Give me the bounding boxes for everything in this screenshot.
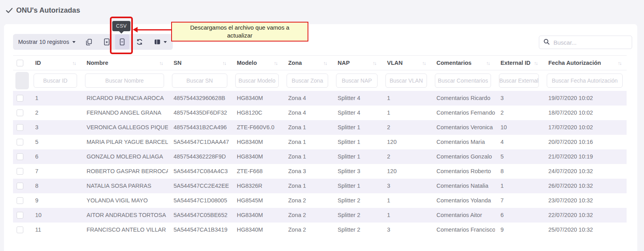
annotation-arrow — [137, 29, 172, 30]
cell-nap: Splitter 1 — [332, 135, 381, 149]
cell-comentarios: Comentarios Natalia — [431, 179, 495, 193]
page-title: ONU's Autorizadas — [6, 6, 80, 15]
cell-id: 2 — [30, 106, 81, 120]
cell-vlan: 3 — [381, 179, 431, 193]
row-checkbox[interactable] — [17, 153, 23, 160]
table-row: 6GONZALO MOLERO ALIAGA4857544362228F9DHG… — [13, 149, 627, 164]
row-checkbox[interactable] — [17, 226, 23, 233]
row-checkbox[interactable] — [17, 168, 23, 175]
datatable-card: Mostrar 10 registros — [4, 24, 637, 251]
column-header-nap[interactable]: ↑↓NAP — [332, 56, 381, 70]
cell-id: 5 — [30, 135, 81, 149]
column-header-external_id[interactable]: ↑↓External ID — [495, 56, 543, 70]
filter-input-nap[interactable] — [336, 74, 378, 88]
cell-modelo: HG8340M — [231, 149, 283, 164]
column-header-id[interactable]: ↑↓ID — [30, 56, 81, 70]
select-all-checkbox[interactable] — [17, 60, 23, 66]
sort-icon: ↑↓ — [223, 60, 226, 66]
csv-button[interactable] — [115, 34, 129, 49]
cell-nap: Splitter 4 — [332, 91, 381, 106]
row-checkbox[interactable] — [17, 183, 23, 189]
column-label: VLAN — [387, 60, 402, 66]
cell-comentarios: Comentarios Maria — [431, 135, 495, 149]
cell-comentarios: Comentarios Gonzalo — [431, 149, 495, 164]
filter-input-fecha[interactable] — [547, 74, 623, 88]
table-row: 10AITOR ANDRADES TORTOSA5A544547C05BE652… — [13, 208, 627, 223]
filter-input-nombre[interactable] — [85, 74, 164, 88]
cell-vlan: 120 — [381, 135, 431, 149]
column-header-fecha[interactable]: ↑↓Fecha Autorización — [543, 56, 627, 70]
cell-id: 11 — [30, 223, 81, 237]
filter-input-vlan[interactable] — [385, 74, 427, 88]
cell-vlan: 3 — [381, 223, 431, 237]
excel-button[interactable] — [100, 34, 114, 49]
column-header-vlan[interactable]: ↑↓VLAN — [381, 56, 431, 70]
row-checkbox[interactable] — [17, 109, 23, 116]
cell-fecha: 22/07/2020 10:32 — [543, 208, 627, 223]
search-input[interactable] — [553, 39, 628, 46]
cell-fecha: 20/07/2020 10:16 — [543, 135, 627, 149]
cell-external_id: 1 — [495, 179, 543, 193]
cell-nombre: NATALIA SOSA PARRAS — [81, 179, 168, 193]
cell-vlan: 1 — [381, 106, 431, 120]
cell-fecha: 24/07/2020 10:32 — [543, 164, 627, 179]
cell-id: 7 — [30, 164, 81, 179]
table-controls: Mostrar 10 registros — [13, 34, 173, 50]
filter-blank-cell — [15, 72, 29, 89]
cell-zona: Zona 3 — [283, 164, 332, 179]
cell-nap: Splitter 2 — [332, 223, 381, 237]
cell-nombre: YOLANDA VIGIL MAYO — [81, 193, 168, 208]
column-label: External ID — [500, 60, 531, 66]
cell-vlan: 1 — [381, 208, 431, 223]
refresh-button[interactable] — [132, 34, 147, 49]
cell-nombre: FRANCISCO ANTELO VILLAR — [81, 223, 168, 237]
copy-button[interactable] — [82, 34, 96, 49]
row-checkbox[interactable] — [17, 95, 23, 102]
column-header-nombre[interactable]: ↑↓Nombre — [81, 56, 168, 70]
columns-icon — [153, 38, 161, 46]
column-label: Fecha Autorización — [548, 60, 601, 66]
cell-modelo: ZTE-F660V6.0 — [231, 120, 283, 135]
cell-comentarios: Comentarios Aitor — [431, 208, 495, 223]
csv-file-icon — [118, 38, 126, 46]
column-header-comentarios[interactable]: ↑↓Comentarios — [431, 56, 495, 70]
cell-nombre: RICARDO PALENCIA AROCA — [81, 91, 168, 106]
cell-external_id: 5 — [495, 149, 543, 164]
row-checkbox[interactable] — [17, 197, 23, 204]
row-checkbox[interactable] — [17, 124, 23, 131]
filter-input-zona[interactable] — [287, 74, 328, 88]
row-checkbox[interactable] — [17, 212, 23, 219]
cell-fecha: 19/07/2020 10:02 — [543, 91, 627, 106]
column-label: Comentarios — [436, 60, 472, 66]
cell-fecha: 25/07/2020 10:32 — [543, 223, 627, 237]
cell-external_id: 8 — [495, 164, 543, 179]
cell-sn: 5A544547CC2E42EE — [168, 179, 231, 193]
table-row: 5MARIA PILAR YAGUE BARCELO5A544547C1DAAA… — [13, 135, 627, 149]
filter-input-id[interactable] — [34, 74, 77, 88]
cell-nap: Splitter 3 — [332, 164, 381, 179]
filter-input-comentarios[interactable] — [435, 74, 491, 88]
length-menu-dropdown[interactable]: Mostrar 10 registros — [13, 34, 79, 50]
filter-input-sn[interactable] — [172, 74, 227, 88]
row-checkbox[interactable] — [17, 139, 23, 145]
cell-sn: 5A544547C1DAAA47 — [168, 135, 231, 149]
cell-zona: Zona 1 — [283, 135, 332, 149]
cell-id: 6 — [30, 149, 81, 164]
filter-input-external_id[interactable] — [499, 74, 539, 88]
cell-fecha: 26/07/2020 10:32 — [543, 179, 627, 193]
cell-nap: Splitter 4 — [332, 106, 381, 120]
column-label: NAP — [338, 60, 350, 66]
table-header-row: ↑↓ID↑↓Nombre↑↓SN↑↓Modelo↑↓Zona↑↓NAP↑↓VLA… — [13, 56, 627, 70]
column-header-modelo[interactable]: ↑↓Modelo — [231, 56, 283, 70]
excel-file-icon — [103, 38, 111, 46]
column-visibility-button[interactable] — [151, 34, 170, 49]
filter-input-modelo[interactable] — [235, 74, 279, 88]
cell-nombre: MARIA PILAR YAGUE BARCELO — [81, 135, 168, 149]
copy-icon — [85, 38, 93, 46]
cell-id: 3 — [30, 120, 81, 135]
cell-nombre: FERNANDO ANGEL GRANA — [81, 106, 168, 120]
cell-external_id: 7 — [495, 193, 543, 208]
column-header-zona[interactable]: ↑↓Zona — [283, 56, 332, 70]
cell-zona: Zona 4 — [283, 106, 332, 120]
column-header-sn[interactable]: ↑↓SN — [168, 56, 231, 70]
